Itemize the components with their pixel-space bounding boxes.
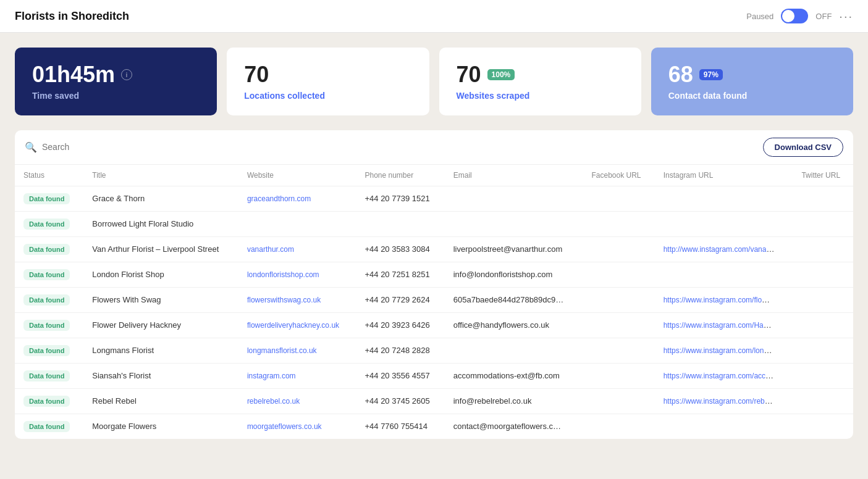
table-row: Data found Van Arthur Florist – Liverpoo… [15,236,853,262]
cell-twitter [793,338,853,363]
cell-email: liverpoolstreet@vanarthur.com [445,236,583,262]
cell-twitter [793,236,853,262]
cell-title: Van Arthur Florist – Liverpool Street [83,236,238,262]
search-input[interactable] [42,142,581,152]
website-link[interactable]: vanarthur.com [247,245,294,254]
cell-website: rebelrebel.co.uk [238,388,356,414]
col-twitter: Twitter URL [793,165,853,186]
cell-website: graceandthorn.com [238,186,356,211]
info-icon[interactable]: i [121,69,132,80]
more-options-icon[interactable]: ··· [839,9,853,23]
cell-instagram: https://www.instagram.com/longmans26/ [655,338,793,363]
cell-instagram [655,262,793,287]
cell-twitter [793,287,853,312]
cell-website: longmansflorist.co.uk [238,338,356,363]
cell-twitter [793,414,853,439]
cell-title: London Florist Shop [83,262,238,287]
cell-website: moorgateflowers.co.uk [238,414,356,439]
stat-contact: 68 97% Contact data found [651,48,853,115]
header-controls: Paused OFF ··· [746,9,853,23]
paused-label: Paused [746,12,773,21]
cell-facebook [583,262,654,287]
stat-websites: 70 100% Websites scraped [439,48,641,115]
cell-phone: +44 20 7729 2624 [356,287,444,312]
cell-title: Siansah's Florist [83,363,238,388]
cell-email: office@handyflowers.co.uk [445,312,583,338]
cell-website: flowerswithswag.co.uk [238,287,356,312]
app-header: Florists in Shoreditch Paused OFF ··· [0,0,868,33]
table-row: Data found Flowers With Swag flowerswith… [15,287,853,312]
toolbar: 🔍 Download CSV [15,130,853,165]
instagram-link[interactable]: https://www.instagram.com/HandyFlowe... [664,320,775,330]
cell-twitter [793,186,853,211]
cell-phone: +44 20 7248 2828 [356,338,444,363]
stat-header: 68 97% [668,62,836,87]
toggle-knob [782,10,794,22]
cell-email: accommodations-ext@fb.com [445,363,583,388]
cell-status: Data found [15,186,83,211]
cell-twitter [793,388,853,414]
cell-title: Borrowed Light Floral Studio [83,211,238,236]
toggle-container [781,9,808,23]
cell-website: instagram.com [238,363,356,388]
cell-title: Longmans Florist [83,338,238,363]
search-icon: 🔍 [25,141,37,153]
stat-time-saved: 01h45m i Time saved [15,48,217,115]
website-link[interactable]: instagram.com [247,372,296,380]
cell-title: Grace & Thorn [83,186,238,211]
instagram-link[interactable]: https://www.instagram.com/flowerswiths..… [664,295,775,304]
stat-value: 01h45m [32,62,115,87]
cell-facebook [583,312,654,338]
cell-instagram [655,211,793,236]
cell-email: info@londonfloristshop.com [445,262,583,287]
col-email: Email [445,165,583,186]
cell-email: 605a7baede844d278b89dc95ae0a9123... [445,287,583,312]
website-link[interactable]: rebelrebel.co.uk [247,397,300,406]
status-badge: Data found [23,320,70,331]
instagram-link[interactable]: https://www.instagram.com/rebelrebele8 [664,396,775,406]
cell-facebook [583,186,654,211]
stat-value: 70 [457,62,481,87]
stat-badge: 97% [699,69,723,80]
cell-status: Data found [15,262,83,287]
status-badge: Data found [23,244,70,255]
cell-title: Moorgate Flowers [83,414,238,439]
cell-instagram [655,414,793,439]
table-row: Data found Flower Delivery Hackney flowe… [15,312,853,338]
stat-label: Locations collected [244,91,411,101]
website-link[interactable]: moorgateflowers.co.uk [247,422,322,431]
website-link[interactable]: flowerswithswag.co.uk [247,296,321,304]
cell-email: info@rebelrebel.co.uk [445,388,583,414]
status-badge: Data found [23,219,70,230]
stat-label: Time saved [32,91,200,101]
status-badge: Data found [23,269,70,280]
status-badge: Data found [23,345,70,356]
website-link[interactable]: londonfloristshop.com [247,270,319,279]
website-link[interactable]: longmansflorist.co.uk [247,346,317,355]
stat-header: 01h45m i [32,62,200,87]
stats-area: 01h45m i Time saved 70 Locations collect… [0,33,868,125]
instagram-link[interactable]: https://www.instagram.com/longmans26/ [664,346,775,355]
cell-status: Data found [15,211,83,236]
pause-toggle[interactable] [781,9,808,23]
download-csv-button[interactable]: Download CSV [763,138,843,157]
cell-instagram: https://www.instagram.com/accounts/p... [655,363,793,388]
cell-instagram: https://www.instagram.com/flowerswiths..… [655,287,793,312]
cell-website: flowerdeliveryhackney.co.uk [238,312,356,338]
instagram-link[interactable]: http://www.instagram.com/vanarthurflori.… [664,244,775,254]
search-box: 🔍 [25,141,581,153]
cell-twitter [793,211,853,236]
stat-header: 70 100% [457,62,624,87]
cell-facebook [583,414,654,439]
instagram-link[interactable]: https://www.instagram.com/accounts/p... [664,371,775,380]
results-table: Status Title Website Phone number Email … [15,165,853,439]
website-link[interactable]: graceandthorn.com [247,194,311,203]
status-badge: Data found [23,396,70,407]
cell-title: Rebel Rebel [83,388,238,414]
table-row: Data found Rebel Rebel rebelrebel.co.uk … [15,388,853,414]
page-title: Florists in Shoreditch [15,10,129,23]
cell-status: Data found [15,287,83,312]
website-link[interactable]: flowerdeliveryhackney.co.uk [247,321,339,330]
cell-instagram: https://www.instagram.com/HandyFlowe... [655,312,793,338]
cell-status: Data found [15,388,83,414]
